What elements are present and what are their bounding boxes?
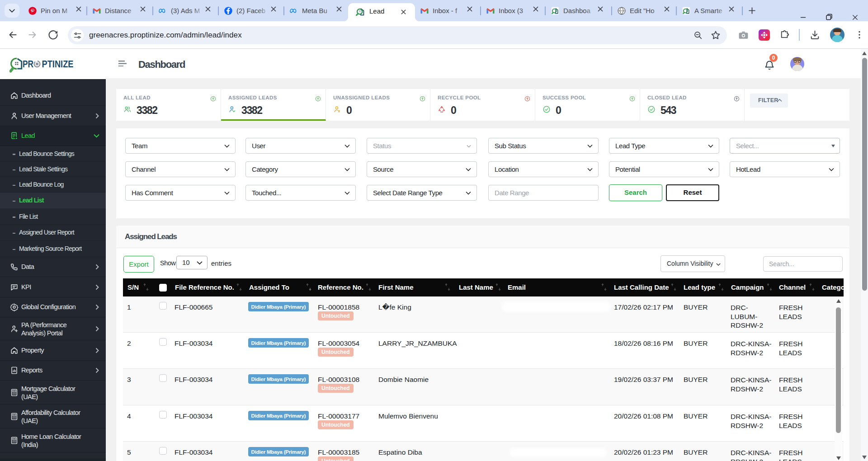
svg-text:PTINIZE: PTINIZE [42,59,74,70]
svg-text:PR: PR [23,59,33,70]
